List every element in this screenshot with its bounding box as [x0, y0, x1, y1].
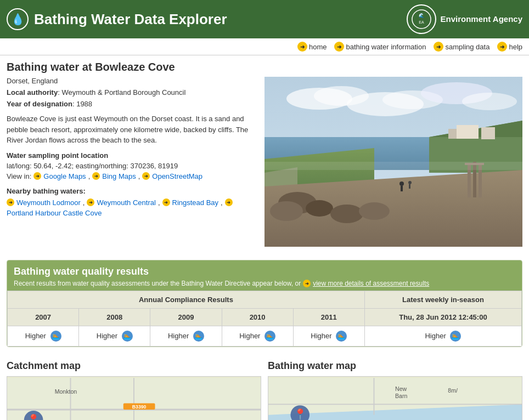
svg-text:EA: EA	[419, 20, 424, 24]
year-row: Year of designation: 1988	[7, 100, 254, 108]
svg-point-24	[330, 205, 363, 223]
local-authority-value: Weymouth & Portland Borough Council	[61, 88, 185, 97]
nav-help-label: help	[509, 43, 522, 51]
sampling-coords: lat/long: 50.64, -2.42; easting/northing…	[7, 162, 254, 170]
google-maps-link[interactable]: Google Maps	[43, 172, 86, 180]
bing-maps-arrow-icon: ➜	[92, 172, 100, 180]
result-2009: Higher 🏊	[150, 326, 222, 347]
bing-maps-link[interactable]: Bing Maps	[102, 172, 136, 180]
nearby-link-weymouth-central[interactable]: Weymouth Central	[97, 198, 155, 207]
svg-text:🌊: 🌊	[419, 13, 424, 18]
nav-sampling-data[interactable]: ➜ sampling data	[434, 42, 489, 52]
nearby-link2-arrow-icon: ➜	[87, 198, 94, 206]
local-authority-row: Local authority: Weymouth & Portland Bor…	[7, 88, 254, 97]
svg-point-11	[462, 93, 517, 110]
swimmer-2007-icon: 🏊	[50, 331, 61, 342]
nearby-title: Nearby bathing waters:	[7, 187, 254, 195]
ea-agency-name: Environment Agency	[441, 14, 522, 25]
svg-point-22	[270, 201, 303, 221]
google-maps-arrow-icon: ➜	[33, 172, 41, 180]
result-2007: Higher 🏊	[8, 326, 79, 347]
year-2009: 2009	[150, 309, 222, 326]
openstreetmap-arrow-icon: ➜	[142, 172, 150, 180]
nav-sampling-arrow-icon: ➜	[434, 42, 443, 52]
catchment-map-panel: Catchment map B3390 📍 Monkton Broadmayne	[7, 360, 261, 420]
result-2011: Higher 🏊	[293, 326, 364, 347]
ea-logo-circle: 🌊 EA	[407, 4, 436, 34]
nearby-link-weymouth-lodmoor[interactable]: Weymouth Lodmoor	[16, 198, 81, 207]
quality-title: Bathing water quality results	[14, 266, 515, 277]
svg-text:📍: 📍	[294, 408, 307, 420]
svg-rect-16	[481, 127, 495, 139]
nav-bathing-water-info[interactable]: ➜ bathing water information	[334, 42, 426, 52]
swimmer-2010-icon: 🏊	[264, 331, 275, 342]
beach-image	[264, 77, 522, 247]
ea-emblem-icon: 🌊 EA	[412, 9, 431, 29]
beach-description: Bowleaze Cove is just east Weymouth on t…	[7, 113, 254, 146]
swimmer-latest-icon: 🏊	[450, 331, 461, 342]
results-row: Higher 🏊 Higher 🏊 Higher 🏊 Higher 🏊 High…	[8, 326, 522, 347]
app-logo-icon: 💧	[7, 8, 29, 30]
year-2007: 2007	[8, 309, 79, 326]
annual-header: Annual Compliance Results	[8, 291, 365, 309]
bathing-map-title: Bathing water map	[268, 360, 522, 372]
catchment-map-title: Catchment map	[7, 360, 261, 372]
svg-text:B3390: B3390	[132, 404, 147, 410]
sampling-title: Water sampling point location	[7, 151, 254, 160]
svg-rect-31	[401, 186, 403, 191]
nearby-links: ➜ Weymouth Lodmoor, ➜ Weymouth Central, …	[7, 198, 254, 217]
nav-home-arrow-icon: ➜	[297, 42, 307, 52]
nav-bathing-arrow-icon: ➜	[334, 42, 344, 52]
svg-rect-15	[457, 125, 479, 139]
bathing-map-panel: Bathing water map 📍 New Barn 8m/ 1km	[268, 360, 522, 420]
nearby-link1-arrow-icon: ➜	[7, 198, 14, 206]
svg-text:8m/: 8m/	[448, 387, 458, 394]
catchment-map[interactable]: B3390 📍 Monkton Broadmayne A352	[7, 376, 261, 420]
nearby-link-portland-harbour[interactable]: Portland Harbour Castle Cove	[7, 209, 102, 217]
app-header: 💧 Bathing Water Data Explorer 🌊 EA Envir…	[0, 0, 529, 38]
openstreetmap-link[interactable]: OpenStreetMap	[152, 172, 202, 180]
svg-rect-33	[409, 184, 410, 189]
svg-point-30	[399, 181, 404, 186]
swimmer-2011-icon: 🏊	[336, 331, 347, 342]
local-authority-label: Local authority	[7, 88, 58, 97]
bathing-map-svg: 📍 New Barn 8m/ 1km	[268, 377, 522, 420]
quality-details-link[interactable]: view more details of assessment results	[313, 280, 429, 287]
location-region: Dorset, England	[7, 77, 254, 85]
main-content: Dorset, England Local authority: Weymout…	[0, 77, 529, 253]
bottom-section: Catchment map B3390 📍 Monkton Broadmayne	[0, 354, 529, 420]
nav-bathing-label: bathing water information	[346, 43, 426, 51]
quality-header: Bathing water quality results Recent res…	[7, 260, 522, 291]
year-label: Year of designation	[7, 100, 72, 108]
nav-home-label: home	[309, 43, 327, 51]
nearby-link-ringstead-bay[interactable]: Ringstead Bay	[172, 198, 219, 207]
beach-image-panel	[264, 77, 522, 247]
svg-text:💧: 💧	[11, 13, 25, 26]
result-2010: Higher 🏊	[222, 326, 293, 347]
svg-text:📍: 📍	[27, 413, 41, 420]
nav-sampling-label: sampling data	[445, 43, 489, 51]
location-text: Dorset, England	[7, 77, 58, 85]
svg-point-23	[306, 200, 333, 217]
svg-point-25	[359, 202, 390, 220]
svg-text:Monkton: Monkton	[55, 388, 77, 395]
nearby-link4-arrow-icon: ➜	[225, 198, 233, 206]
swimmer-2009-icon: 🏊	[193, 331, 204, 342]
app-title: Bathing Water Data Explorer	[34, 11, 227, 28]
nearby-section: Nearby bathing waters: ➜ Weymouth Lodmoo…	[7, 187, 254, 217]
latest-date: Thu, 28 Jun 2012 12:45:00	[364, 309, 521, 326]
bathing-map[interactable]: 📍 New Barn 8m/ 1km	[268, 376, 522, 420]
nav-bar: ➜ home ➜ bathing water information ➜ sam…	[0, 38, 529, 55]
quality-section: Bathing water quality results Recent res…	[7, 260, 522, 347]
year-2008: 2008	[79, 309, 150, 326]
catchment-map-svg: B3390 📍 Monkton Broadmayne A352	[7, 377, 261, 420]
result-latest: Higher 🏊	[364, 326, 521, 347]
view-in-label: View in:	[7, 172, 31, 180]
result-2008: Higher 🏊	[79, 326, 150, 347]
view-in-row: View in: ➜ Google Maps, ➜ Bing Maps, ➜ O…	[7, 172, 254, 180]
svg-rect-17	[448, 129, 457, 139]
quality-subtitle: Recent results from water quality assess…	[14, 280, 515, 287]
nav-help[interactable]: ➜ help	[497, 42, 522, 52]
nearby-link3-arrow-icon: ➜	[162, 198, 170, 206]
nav-home[interactable]: ➜ home	[297, 42, 327, 52]
